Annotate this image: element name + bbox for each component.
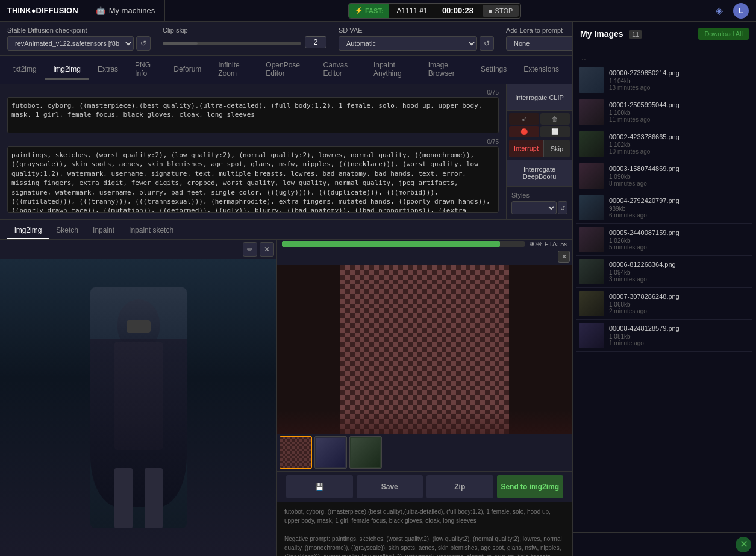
- center-status: ⚡ FAST: A1111 #1 00:00:28 ■ STOP: [165, 3, 704, 19]
- qr-code-image: [340, 265, 509, 434]
- interrogate-deepbooru-button[interactable]: Interrogate DeepBooru: [507, 160, 572, 186]
- send-button[interactable]: 💾: [286, 475, 353, 498]
- clip-skip-group: Clip skip: [163, 27, 326, 48]
- interrogate-clip-button[interactable]: Interrogate CLIP: [507, 84, 572, 111]
- image-info-6: 00006-812268364.png 1 094kb 3 minutes ag…: [609, 261, 750, 283]
- image-size-2: 1 102kb: [609, 142, 750, 148]
- list-separator: ..: [576, 50, 752, 64]
- send-to-img2img-button[interactable]: Send to img2img: [497, 475, 564, 498]
- tab-canvas-editor[interactable]: Canvas Editor: [314, 56, 364, 84]
- output-canvas[interactable]: [277, 265, 572, 434]
- tab-png-info[interactable]: PNG Info: [127, 56, 165, 84]
- styles-select[interactable]: [511, 201, 557, 214]
- sd-vae-label: SD VAE: [339, 27, 494, 34]
- image-name-2: 00002-4233786665.png: [609, 133, 750, 140]
- thumbnail-2[interactable]: [349, 436, 382, 469]
- tab-deforum[interactable]: Deforum: [165, 60, 210, 80]
- list-item[interactable]: 00002-4233786665.png 1 102kb 10 minutes …: [576, 128, 752, 160]
- negative-counter: 0/75: [487, 139, 499, 145]
- tab-image-browser[interactable]: Image Browser: [420, 56, 472, 84]
- status-bar: ⚡ FAST: A1111 #1 00:00:28 ■ STOP: [348, 3, 521, 19]
- character-image-sim: [0, 259, 276, 556]
- canvas-section: ✏ ✕: [0, 240, 572, 556]
- fast-icon: ⚡: [355, 7, 363, 14]
- tab-img2img[interactable]: img2img: [45, 60, 89, 80]
- panel-close-button[interactable]: ✕: [736, 537, 751, 552]
- tab-infinite-zoom[interactable]: Infinite Zoom: [210, 56, 257, 84]
- image-name-3: 00003-1580744869.png: [609, 165, 750, 172]
- tab-txt2img[interactable]: txt2img: [5, 60, 45, 80]
- output-close-btn[interactable]: ✕: [558, 251, 570, 263]
- right-panel: My Images 11 Download All .. 00000-27398…: [572, 22, 756, 556]
- copy-btn[interactable]: ⬜: [540, 126, 570, 137]
- inner-tab-sketch[interactable]: Sketch: [49, 222, 86, 239]
- edit-icon-btn[interactable]: ✏: [243, 242, 257, 257]
- progress-bar: [282, 241, 525, 247]
- positive-prompt-textarea[interactable]: [7, 97, 499, 133]
- input-canvas-image[interactable]: [0, 259, 276, 556]
- clip-slider[interactable]: [163, 42, 301, 45]
- list-item[interactable]: 00005-2440087159.png 1 026kb 5 minutes a…: [576, 224, 752, 256]
- info-negative: Negative prompt: paintings, sketches, (w…: [284, 534, 565, 556]
- arrow-btn-1[interactable]: ↙: [509, 113, 539, 125]
- right-panel-header: My Images 11 Download All: [573, 22, 756, 46]
- checkpoint-wrapper: revAnimated_v122.safetensors [f8bb2922e1…: [7, 36, 151, 51]
- status-machine: A1111 #1: [389, 7, 434, 15]
- positive-counter: 0/75: [487, 89, 499, 96]
- zip-button[interactable]: Zip: [426, 475, 493, 498]
- image-thumb-0: [579, 67, 604, 93]
- checkpoint-refresh-btn[interactable]: ↺: [136, 36, 151, 51]
- image-time-5: 5 minutes ago: [609, 244, 750, 251]
- left-panel: Stable Diffusion checkpoint revAnimated_…: [0, 22, 572, 556]
- info-positive: futobot, cyborg, ((masterpiece),(best qu…: [284, 507, 565, 525]
- positive-prompt-header: 0/75: [7, 89, 499, 96]
- save-button[interactable]: Save: [357, 475, 423, 498]
- tab-extras[interactable]: Extras: [89, 60, 127, 80]
- stop-button[interactable]: ■ STOP: [483, 5, 519, 17]
- checkpoint-label: Stable Diffusion checkpoint: [7, 27, 151, 34]
- image-info-0: 00000-2739850214.png 1 104kb 13 minutes …: [609, 69, 750, 91]
- lora-select[interactable]: None: [506, 36, 572, 51]
- styles-refresh-btn[interactable]: ↺: [558, 201, 567, 214]
- thumbnail-0[interactable]: [280, 436, 312, 469]
- list-item[interactable]: 00006-812268364.png 1 094kb 3 minutes ag…: [576, 256, 752, 288]
- thumbnail-row: [277, 434, 572, 471]
- vae-refresh-btn[interactable]: ↺: [480, 36, 494, 51]
- list-item[interactable]: 00001-2505995044.png 1 100kb 11 minutes …: [576, 96, 752, 128]
- lora-label: Add Lora to prompt: [506, 27, 572, 34]
- trash-btn[interactable]: 🗑: [540, 113, 570, 125]
- tab-openpose-editor[interactable]: OpenPose Editor: [257, 56, 314, 84]
- list-item[interactable]: 00007-3078286248.png 1 068kb 2 minutes a…: [576, 288, 752, 320]
- discord-icon[interactable]: ◈: [711, 3, 727, 19]
- machines-nav[interactable]: 🤖 My machines: [86, 0, 166, 21]
- sd-vae-select[interactable]: Automatic: [339, 36, 477, 51]
- tab-settings[interactable]: Settings: [472, 60, 515, 80]
- tab-inpaint-anything[interactable]: Inpaint Anything: [365, 56, 420, 84]
- image-info-1: 00001-2505995044.png 1 100kb 11 minutes …: [609, 101, 750, 123]
- image-time-7: 2 minutes ago: [609, 308, 750, 314]
- clip-skip-input[interactable]: [305, 36, 326, 48]
- download-all-button[interactable]: Download All: [698, 28, 749, 40]
- inner-tab-img2img[interactable]: img2img: [7, 222, 49, 239]
- close-canvas-btn[interactable]: ✕: [260, 242, 274, 257]
- image-name-8: 00008-4248128579.png: [609, 325, 750, 332]
- inner-tab-inpaint-sketch[interactable]: Inpaint sketch: [122, 222, 181, 239]
- image-info-4: 00004-2792420797.png 989kb 6 minutes ago: [609, 197, 750, 219]
- list-item[interactable]: 00000-2739850214.png 1 104kb 13 minutes …: [576, 64, 752, 96]
- prompts-section: 0/75 0/75 Interrogate CLIP ↙: [0, 84, 572, 220]
- skip-button[interactable]: Skip: [543, 140, 570, 157]
- image-size-8: 1 081kb: [609, 333, 750, 340]
- thumbnail-1[interactable]: [314, 436, 347, 469]
- inner-tab-inpaint[interactable]: Inpaint: [86, 222, 122, 239]
- list-item[interactable]: 00004-2792420797.png 989kb 6 minutes ago: [576, 192, 752, 224]
- color-btn[interactable]: 🔴: [509, 126, 539, 137]
- negative-prompt-textarea[interactable]: [7, 146, 499, 213]
- checkpoint-select[interactable]: revAnimated_v122.safetensors [f8bb2922e1…: [7, 36, 134, 51]
- list-item[interactable]: 00008-4248128579.png 1 081kb 1 minute ag…: [576, 320, 752, 352]
- user-avatar[interactable]: L: [733, 3, 749, 19]
- image-thumb-2: [579, 131, 604, 157]
- interrupt-button[interactable]: Interrupt: [509, 140, 543, 157]
- list-item[interactable]: 00003-1580744869.png 1 090kb 8 minutes a…: [576, 160, 752, 192]
- tab-extensions[interactable]: Extensions: [515, 60, 567, 80]
- header: THINK●DIFFUSION 🤖 My machines ⚡ FAST: A1…: [0, 0, 756, 22]
